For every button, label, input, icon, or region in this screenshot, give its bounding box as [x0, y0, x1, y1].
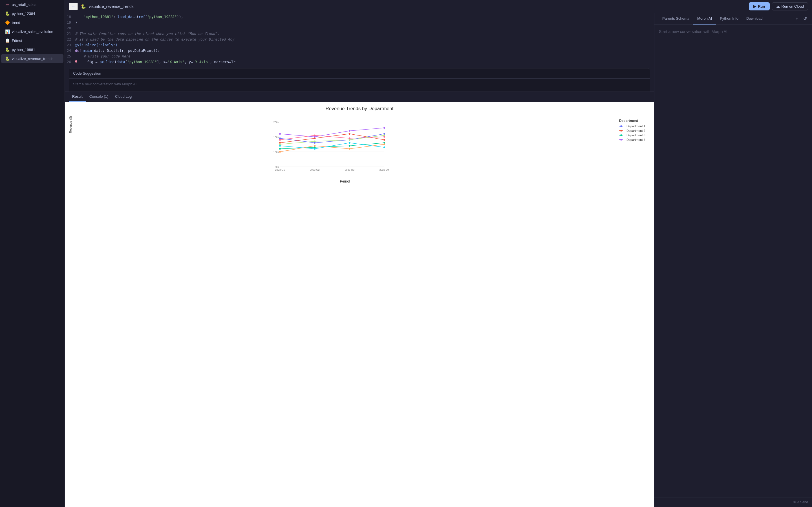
- right-tab-python[interactable]: Python Info: [716, 13, 742, 24]
- table-row: 24def main(data: Dict[str, pd.DataFrame]…: [65, 48, 654, 54]
- x-axis-label: Period: [75, 179, 614, 183]
- right-tab-parents[interactable]: Parents Schema: [658, 13, 693, 24]
- legend-line-icon: [619, 129, 625, 132]
- svg-text:100k: 100k: [273, 151, 279, 154]
- legend-item: Department 3: [619, 133, 647, 137]
- sidebar-icon: 🔶: [5, 20, 10, 25]
- sidebar-item-fdtest[interactable]: 📋 Fdtest: [1, 36, 63, 45]
- svg-point-43: [384, 134, 385, 136]
- table-row: 18 "python_19881": load_data(ref("python…: [65, 14, 654, 20]
- file-title: visualize_revenue_trends: [89, 4, 134, 9]
- chart-title: Revenue Trends by Department: [69, 106, 650, 112]
- main-panel: ← 🐍 visualize_revenue_trends ▶ Run ☁ Run…: [65, 0, 812, 507]
- svg-point-41: [314, 140, 315, 142]
- bottom-tab-cloudlog[interactable]: Cloud Log: [112, 92, 135, 102]
- line-content: def main(data: Dict[str, pd.DataFrame]):: [75, 48, 652, 54]
- svg-text:50k: 50k: [274, 166, 279, 168]
- run-icon: ▶: [753, 4, 756, 8]
- code-editor[interactable]: 18 "python_19881": load_data(ref("python…: [65, 13, 654, 92]
- svg-point-45: [620, 125, 622, 127]
- svg-point-30: [349, 148, 350, 150]
- legend-item: Department 4: [619, 138, 647, 142]
- sidebar-icon: 🗃: [5, 2, 10, 7]
- svg-text:2023 Q3: 2023 Q3: [345, 168, 354, 171]
- run-cloud-button[interactable]: ☁ Run on Cloud: [772, 2, 808, 10]
- table-row: 25 # write your code here: [65, 54, 654, 59]
- svg-point-16: [279, 142, 281, 144]
- svg-point-21: [314, 147, 315, 148]
- morph-placeholder: Start a new conversation with Morph AI: [659, 29, 727, 34]
- python-icon: 🐍: [81, 4, 86, 9]
- content-area: 18 "python_19881": load_data(ref("python…: [65, 13, 812, 507]
- svg-point-33: [314, 148, 315, 150]
- right-tab-download[interactable]: Download: [742, 13, 767, 24]
- chart-legend: Department Department 1 Department 2 Dep…: [616, 116, 650, 145]
- code-suggestion-placeholder: Start a new conversation with Morph AI: [73, 82, 137, 86]
- breakpoint-marker: [75, 60, 77, 62]
- sidebar-item-trend[interactable]: 🔶 trend: [1, 18, 63, 27]
- add-icon[interactable]: +: [795, 15, 799, 22]
- sidebar: 🗃 us_retail_sales🐍 python_12384🔶 trend📊 …: [0, 0, 65, 507]
- code-suggestion-header: Code Suggestion: [69, 68, 650, 78]
- sidebar-item-label: python_19881: [12, 48, 35, 52]
- sidebar-item-label: trend: [12, 20, 20, 25]
- sidebar-icon: 🐍: [5, 11, 10, 16]
- topbar-actions: ▶ Run ☁ Run on Cloud: [749, 2, 808, 10]
- sidebar-item-python_12384[interactable]: 🐍 python_12384: [1, 9, 63, 18]
- back-button[interactable]: ←: [69, 3, 78, 10]
- code-lines: 18 "python_19881": load_data(ref("python…: [65, 13, 654, 66]
- svg-point-31: [384, 144, 385, 145]
- svg-point-34: [349, 142, 350, 144]
- sidebar-item-python_19881[interactable]: 🐍 python_19881: [1, 45, 63, 54]
- svg-point-25: [314, 136, 315, 138]
- svg-point-35: [384, 147, 385, 148]
- svg-point-12: [279, 137, 281, 139]
- line-content: # It's used by the data pipeline on the …: [75, 37, 652, 42]
- svg-point-17: [314, 137, 315, 139]
- code-suggestion-input[interactable]: Start a new conversation with Morph AI: [69, 78, 650, 92]
- bottom-tab-result[interactable]: Result: [69, 92, 86, 102]
- table-row: 23@visualize("plotly"): [65, 42, 654, 48]
- svg-point-49: [620, 134, 622, 136]
- sidebar-icon: 🐍: [5, 47, 10, 52]
- morph-chat-messages: Start a new conversation with Morph AI: [654, 25, 812, 497]
- bottom-tab-console[interactable]: Console (1): [86, 92, 112, 102]
- svg-point-27: [384, 127, 385, 129]
- chart-svg: 50k100k150k200k2023 Q12023 Q22023 Q32023…: [75, 116, 614, 178]
- line-number: 24: [65, 48, 75, 54]
- sidebar-item-label: us_retail_sales: [12, 3, 36, 7]
- svg-text:2023 Q1: 2023 Q1: [275, 168, 285, 171]
- table-row: 26 fig = px.line(data["python_19881"], x…: [65, 59, 654, 65]
- sidebar-item-label: visualize_revenue_trends: [12, 57, 53, 61]
- table-row: 22# It's used by the data pipeline on th…: [65, 37, 654, 42]
- sidebar-item-visualize_sales_evolution[interactable]: 📊 visualize_sales_evolution: [1, 27, 63, 36]
- legend-item: Department 2: [619, 129, 647, 132]
- history-icon[interactable]: ↺: [802, 15, 808, 22]
- line-content: # write your code here: [75, 54, 652, 59]
- right-tab-morph[interactable]: Morph AI: [693, 13, 716, 24]
- sidebar-icon: 📋: [5, 38, 10, 43]
- sidebar-item-visualize_revenue_trends[interactable]: 🐍 visualize_revenue_trends: [1, 54, 63, 63]
- line-number: 19: [65, 20, 75, 25]
- right-panel: Parents SchemaMorph AIPython InfoDownloa…: [654, 13, 812, 507]
- run-button[interactable]: ▶ Run: [749, 2, 769, 10]
- line-number: 26: [65, 59, 75, 65]
- svg-text:2023 Q2: 2023 Q2: [310, 168, 320, 171]
- legend-title: Department: [619, 119, 647, 123]
- svg-point-40: [279, 144, 281, 145]
- y-axis-label: Revenue ($): [69, 116, 72, 133]
- morph-send-hint: ⌘↵ Send: [793, 500, 808, 504]
- right-tab-actions: + ↺: [795, 15, 808, 22]
- svg-point-13: [314, 142, 315, 144]
- svg-point-37: [314, 134, 315, 136]
- svg-point-22: [349, 145, 350, 147]
- svg-point-38: [349, 137, 350, 139]
- sidebar-item-us_retail_sales[interactable]: 🗃 us_retail_sales: [1, 0, 63, 9]
- line-number: 23: [65, 42, 75, 48]
- svg-point-15: [384, 133, 385, 135]
- table-row: 20: [65, 25, 654, 31]
- morph-chat-input-area: ⌘↵ Send: [654, 497, 812, 507]
- svg-text:2023 Q4: 2023 Q4: [379, 168, 389, 171]
- editor-panel: 18 "python_19881": load_data(ref("python…: [65, 13, 654, 507]
- svg-point-42: [349, 139, 350, 140]
